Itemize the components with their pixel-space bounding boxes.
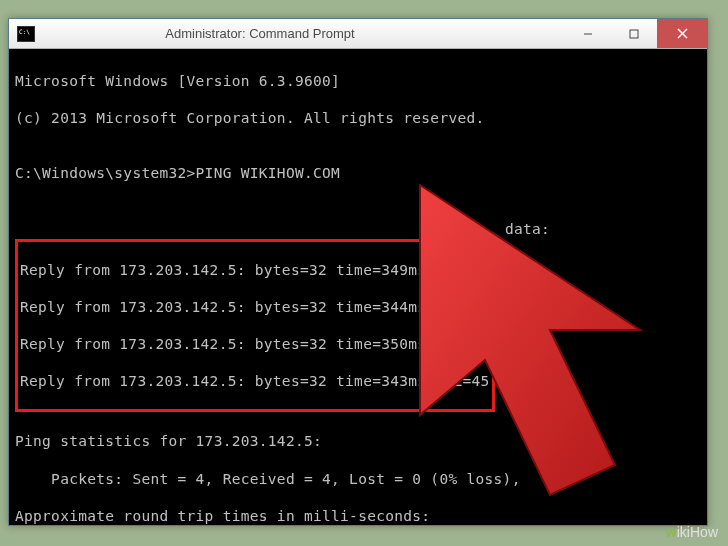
stats-line: Ping statistics for 173.203.142.5:: [15, 432, 701, 451]
reply-line: Reply from 173.203.142.5: bytes=32 time=…: [20, 261, 490, 280]
output-line: (c) 2013 Microsoft Corporation. All righ…: [15, 109, 701, 128]
output-line: Microsoft Windows [Version 6.3.9600]: [15, 72, 701, 91]
window-title: Administrator: Command Prompt: [0, 26, 565, 41]
terminal-output[interactable]: Microsoft Windows [Version 6.3.9600] (c)…: [9, 49, 707, 546]
app-icon: [17, 26, 35, 42]
output-line: data:: [505, 220, 728, 239]
stats-line: Packets: Sent = 4, Received = 4, Lost = …: [15, 470, 701, 489]
stats-line: Approximate round trip times in milli-se…: [15, 507, 701, 526]
close-button[interactable]: [657, 19, 707, 48]
maximize-button[interactable]: [611, 19, 657, 48]
minimize-button[interactable]: [565, 19, 611, 48]
reply-line: Reply from 173.203.142.5: bytes=32 time=…: [20, 372, 490, 391]
watermark-text: iki: [677, 524, 690, 540]
reply-line: Reply from 173.203.142.5: bytes=32 time=…: [20, 335, 490, 354]
reply-line: Reply from 173.203.142.5: bytes=32 time=…: [20, 298, 490, 317]
svg-rect-1: [630, 30, 638, 38]
command-line: C:\Windows\system32>PING WIKIHOW.COM: [15, 164, 701, 183]
window-controls: [565, 19, 707, 48]
watermark: wikiHow: [666, 524, 718, 540]
command-prompt-window: Administrator: Command Prompt Microsoft …: [8, 18, 708, 526]
highlighted-replies: Reply from 173.203.142.5: bytes=32 time=…: [15, 239, 495, 412]
titlebar[interactable]: Administrator: Command Prompt: [9, 19, 707, 49]
